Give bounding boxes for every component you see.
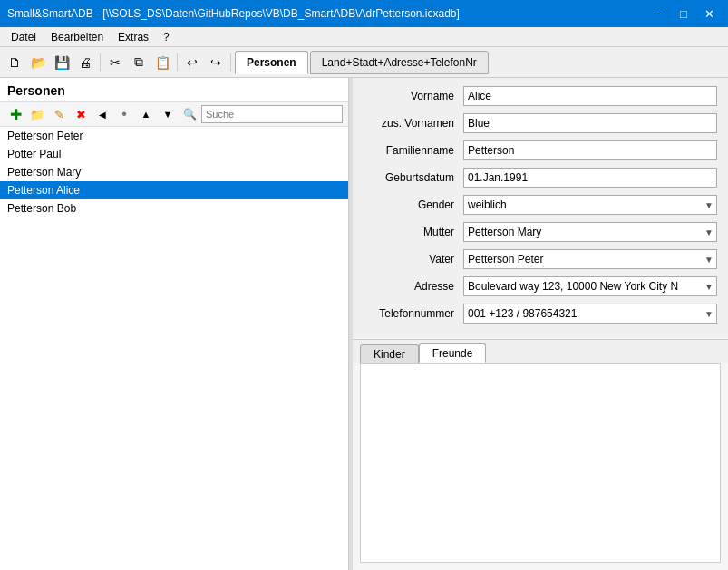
form-row-familienname: Familienname bbox=[364, 140, 717, 161]
select-wrapper-vater: Petterson Peter ▼ bbox=[463, 249, 717, 269]
toolbar-sep-1 bbox=[100, 53, 101, 72]
label-mutter: Mutter bbox=[364, 226, 463, 238]
cut-button[interactable]: ✂ bbox=[104, 52, 126, 73]
label-adresse: Adresse bbox=[364, 280, 463, 293]
lp-dot-button[interactable]: • bbox=[114, 104, 134, 124]
select-wrapper-gender: weiblich männlich ▼ bbox=[463, 195, 717, 215]
person-list: Petterson Peter Potter Paul Petterson Ma… bbox=[0, 127, 348, 570]
list-item[interactable]: Petterson Bob bbox=[0, 199, 348, 217]
input-familienname[interactable] bbox=[463, 140, 717, 160]
menu-extras[interactable]: Extras bbox=[111, 29, 156, 45]
title-bar: Small&SmartADB - [\\SOLS_DS\Daten\GitHub… bbox=[0, 0, 728, 27]
toolbar: 🗋 📂 💾 🖨 ✂ ⧉ 📋 ↩ ↪ Personen Land+Stadt+Ad… bbox=[0, 47, 728, 78]
label-vorname: Vorname bbox=[364, 90, 463, 102]
form-row-adresse: Adresse Boulevard way 123, 10000 New Yor… bbox=[364, 275, 717, 297]
title-text: Small&SmartADB - [\\SOLS_DS\Daten\GitHub… bbox=[7, 7, 460, 20]
list-item[interactable]: Petterson Peter bbox=[0, 127, 348, 145]
select-wrapper-telefon: 001 +123 / 987654321 ▼ bbox=[463, 304, 717, 324]
menu-help[interactable]: ? bbox=[156, 29, 177, 45]
left-panel-toolbar: ✚ 📁 ✎ ✖ ◀ • ▲ ▼ 🔍 bbox=[0, 101, 348, 127]
open-button[interactable]: 📂 bbox=[27, 52, 49, 73]
form-row-mutter: Mutter Petterson Mary ▼ bbox=[364, 221, 717, 243]
form-row-vorname: Vorname bbox=[364, 85, 717, 107]
lp-down-button[interactable]: ▼ bbox=[158, 104, 178, 124]
form-row-vater: Vater Petterson Peter ▼ bbox=[364, 248, 717, 270]
copy-button[interactable]: ⧉ bbox=[128, 52, 150, 73]
select-adresse[interactable]: Boulevard way 123, 10000 New York City N bbox=[463, 276, 717, 296]
select-mutter[interactable]: Petterson Mary bbox=[463, 222, 717, 242]
select-wrapper-adresse: Boulevard way 123, 10000 New York City N… bbox=[463, 276, 717, 296]
tab-kinder[interactable]: Kinder bbox=[360, 344, 419, 363]
label-telefon: Telefonnummer bbox=[364, 307, 463, 320]
lp-delete-button[interactable]: ✖ bbox=[71, 104, 91, 124]
print-button[interactable]: 🖨 bbox=[74, 52, 96, 73]
main-content: Personen ✚ 📁 ✎ ✖ ◀ • ▲ ▼ 🔍 Petterson Pet… bbox=[0, 78, 728, 570]
tab-freunde[interactable]: Freunde bbox=[419, 343, 487, 363]
tab-content-freunde bbox=[360, 363, 721, 563]
select-wrapper-mutter: Petterson Mary ▼ bbox=[463, 222, 717, 242]
undo-button[interactable]: ↩ bbox=[181, 52, 203, 73]
list-item[interactable]: Petterson Mary bbox=[0, 163, 348, 181]
list-item[interactable]: Potter Paul bbox=[0, 145, 348, 163]
input-vorname[interactable] bbox=[463, 86, 717, 106]
select-vater[interactable]: Petterson Peter bbox=[463, 249, 717, 269]
search-input[interactable] bbox=[201, 105, 343, 123]
lp-up-button[interactable]: ▲ bbox=[136, 104, 156, 124]
form-row-zusvorname: zus. Vornamen bbox=[364, 112, 717, 134]
form-row-geburtsdatum: Geburtsdatum bbox=[364, 167, 717, 188]
lp-back-button[interactable]: ◀ bbox=[92, 104, 112, 124]
input-zusvorname[interactable] bbox=[463, 113, 717, 133]
lp-add-button[interactable]: ✚ bbox=[5, 104, 25, 124]
menu-bearbeiten[interactable]: Bearbeiten bbox=[44, 29, 111, 45]
right-panel: Vorname zus. Vornamen Familienname Gebur… bbox=[353, 78, 728, 570]
select-gender[interactable]: weiblich männlich bbox=[463, 195, 717, 215]
lp-search-icon: 🔍 bbox=[180, 104, 199, 124]
close-button[interactable]: ✕ bbox=[697, 5, 721, 23]
toolbar-sep-2 bbox=[177, 53, 178, 72]
menu-datei[interactable]: Datei bbox=[4, 29, 44, 45]
left-panel-title: Personen bbox=[0, 78, 348, 101]
toolbar-sep-3 bbox=[230, 53, 231, 72]
list-item-selected[interactable]: Petterson Alice bbox=[0, 181, 348, 199]
form-row-telefon: Telefonnummer 001 +123 / 987654321 ▼ bbox=[364, 303, 717, 324]
minimize-button[interactable]: − bbox=[646, 5, 670, 23]
window-controls: − □ ✕ bbox=[646, 5, 721, 23]
left-panel: Personen ✚ 📁 ✎ ✖ ◀ • ▲ ▼ 🔍 Petterson Pet… bbox=[0, 78, 349, 570]
redo-button[interactable]: ↪ bbox=[205, 52, 227, 73]
label-zusvorname: zus. Vornamen bbox=[364, 117, 463, 130]
label-gender: Gender bbox=[364, 198, 463, 211]
label-familienname: Familienname bbox=[364, 144, 463, 157]
paste-button[interactable]: 📋 bbox=[151, 52, 173, 73]
form-row-gender: Gender weiblich männlich ▼ bbox=[364, 194, 717, 216]
save-button[interactable]: 💾 bbox=[51, 52, 73, 73]
maximize-button[interactable]: □ bbox=[672, 5, 695, 23]
label-vater: Vater bbox=[364, 253, 463, 266]
input-geburtsdatum[interactable] bbox=[463, 168, 717, 188]
tab-land-stadt[interactable]: Land+Stadt+Adresse+TelefonNr bbox=[310, 51, 489, 74]
new-button[interactable]: 🗋 bbox=[4, 52, 25, 73]
form-area: Vorname zus. Vornamen Familienname Gebur… bbox=[353, 78, 728, 337]
lp-folder-button[interactable]: 📁 bbox=[27, 104, 47, 124]
bottom-tabs: Kinder Freunde bbox=[353, 339, 728, 363]
menu-bar: Datei Bearbeiten Extras ? bbox=[0, 27, 728, 47]
select-telefon[interactable]: 001 +123 / 987654321 bbox=[463, 304, 717, 324]
label-geburtsdatum: Geburtsdatum bbox=[364, 171, 463, 184]
lp-edit-button[interactable]: ✎ bbox=[49, 104, 69, 124]
tab-personen[interactable]: Personen bbox=[235, 51, 308, 74]
